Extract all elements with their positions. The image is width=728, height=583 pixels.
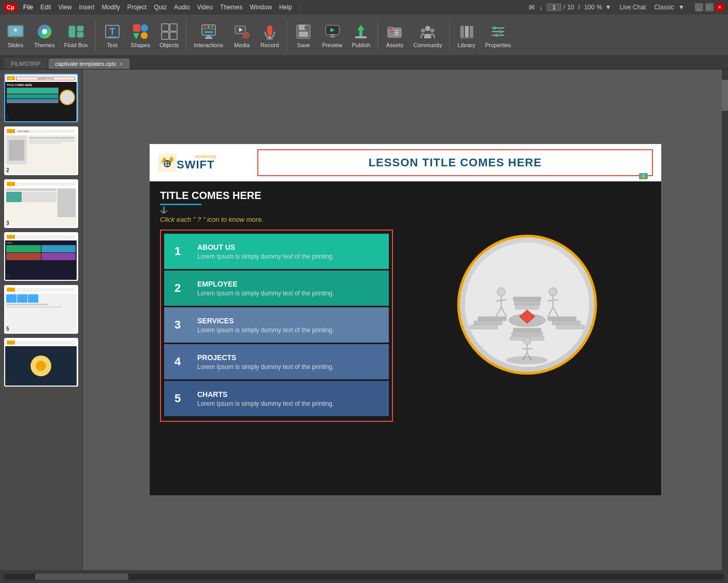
menu-file[interactable]: File [20, 3, 36, 12]
publish-icon [352, 22, 370, 41]
svg-rect-82 [512, 332, 543, 336]
svg-point-98 [523, 337, 531, 345]
page-current-input[interactable]: 1 [547, 4, 561, 11]
library-label: Library [458, 42, 475, 48]
svg-rect-23 [170, 32, 177, 39]
title-underline [160, 204, 201, 205]
close-tab-icon[interactable]: ✕ [119, 61, 123, 67]
svg-rect-22 [162, 32, 169, 39]
menu-themes[interactable]: Themes [217, 3, 245, 12]
menu-bar: File Edit View Insert Modify Project Qui… [20, 3, 295, 12]
theme-label[interactable]: Classic [654, 4, 674, 11]
toolbar: Slides Themes [0, 15, 728, 56]
menu-help[interactable]: Help [276, 3, 295, 12]
slide-title: TITLE COMES HERE [160, 190, 651, 202]
item-desc-5: Lorem Ipsum is simply dummy text of the … [197, 400, 383, 407]
menu-modify[interactable]: Modify [99, 3, 123, 12]
menu-audio[interactable]: Audio [171, 3, 193, 12]
lesson-title-box[interactable]: LESSON TITLE COMES HERE 🔒 [257, 149, 653, 176]
slide-thumb-2[interactable]: TITLE HERE 2 [4, 126, 78, 175]
toolbar-library[interactable]: Library [453, 20, 480, 50]
menu-video[interactable]: Video [194, 3, 216, 12]
item-row-1[interactable]: 1 ABOUT US Lorem Ipsum is simply dummy t… [164, 234, 389, 269]
fluid-icon [67, 22, 85, 41]
svg-rect-20 [162, 24, 169, 31]
item-row-2[interactable]: 2 EMPLOYEE Lorem Ipsum is simply dummy t… [164, 271, 389, 306]
properties-label: Properties [485, 42, 511, 48]
restore-button[interactable]: □ [705, 3, 714, 11]
tab-file[interactable]: captivate templates.cptx ✕ [48, 58, 130, 69]
shapes-label: Shapes [131, 42, 150, 48]
interactions-icon [199, 22, 218, 41]
svg-rect-75 [478, 317, 506, 321]
toolbar-media[interactable]: Media [228, 20, 255, 50]
slide-thumb-6[interactable]: 6 [4, 338, 78, 387]
menu-view[interactable]: View [55, 3, 75, 12]
toolbar-preview[interactable]: Preview [318, 20, 346, 50]
item-content-1: ABOUT US Lorem Ipsum is simply dummy tex… [191, 234, 389, 269]
close-button[interactable]: ✕ [716, 3, 724, 11]
svg-rect-80 [556, 325, 585, 329]
vertical-scrollbar[interactable] [722, 69, 728, 570]
svg-rect-32 [205, 37, 212, 39]
toolbar-record[interactable]: Record [256, 20, 283, 50]
slide-thumb-1[interactable]: SW LESSON TITLE TITLE COMES HERE [4, 74, 78, 122]
item-row-4[interactable]: 4 PROJECTS Lorem Ipsum is simply dummy t… [164, 344, 389, 379]
item-row-3[interactable]: 3 SERVICES Lorem Ipsum is simply dummy t… [164, 307, 389, 343]
svg-rect-10 [69, 26, 75, 37]
toolbar-shapes[interactable]: Shapes [127, 20, 154, 50]
minimize-button[interactable]: _ [695, 3, 703, 11]
toolbar-properties[interactable]: Properties [481, 20, 515, 50]
toolbar-interactions[interactable]: Interactions [190, 20, 227, 50]
download-icon[interactable]: ↓ [539, 3, 543, 11]
theme-dropdown-icon[interactable]: ▼ [678, 4, 685, 11]
swift-logo-icon [158, 153, 177, 172]
slide-thumb-4[interactable]: TITLE 4 [4, 232, 78, 281]
slide-thumb-5[interactable]: ✓ 5 [4, 285, 78, 334]
svg-rect-61 [470, 26, 473, 37]
filmstrip-panel: SW LESSON TITLE TITLE COMES HERE [0, 69, 83, 570]
menu-edit[interactable]: Edit [37, 3, 54, 12]
svg-rect-81 [513, 328, 541, 332]
svg-rect-84 [513, 297, 541, 301]
svg-point-66 [493, 26, 496, 30]
slide-thumb-3[interactable]: 3 [4, 179, 78, 228]
item-desc-4: Lorem Ipsum is simply dummy text of the … [197, 363, 383, 371]
email-icon[interactable]: ✉ [529, 3, 535, 11]
svg-rect-21 [170, 24, 177, 31]
menu-project[interactable]: Project [124, 3, 150, 12]
zoom-percent: % [596, 4, 602, 11]
toolbar-divider-4 [377, 20, 378, 51]
tab-filmstrip[interactable]: FILMSTRIP [4, 58, 47, 69]
item-content-4: PROJECTS Lorem Ipsum is simply dummy tex… [191, 344, 389, 379]
toolbar-save[interactable]: Save [290, 20, 317, 50]
horizontal-scrollbar[interactable] [4, 574, 724, 580]
title-bar: Cp File Edit View Insert Modify Project … [0, 0, 728, 15]
toolbar-publish[interactable]: Publish [347, 20, 374, 50]
menu-quiz[interactable]: Quiz [151, 3, 170, 12]
toolbar-slides[interactable]: Slides [2, 20, 29, 50]
svg-rect-43 [304, 26, 306, 29]
community-icon [418, 22, 437, 41]
menu-insert[interactable]: Insert [76, 3, 98, 12]
toolbar-fluid-box[interactable]: Fluid Box [60, 20, 92, 50]
toolbar-assets[interactable]: Assets [381, 20, 408, 50]
toolbar-divider-3 [286, 20, 287, 51]
live-chat-label[interactable]: Live Chat [620, 4, 646, 11]
item-desc-3: Lorem Ipsum is simply dummy text of the … [197, 326, 383, 334]
horizontal-scroll-thumb[interactable] [35, 574, 128, 580]
item-row-5[interactable]: 5 CHARTS Lorem Ipsum is simply dummy tex… [164, 381, 389, 416]
toolbar-themes[interactable]: Themes [30, 20, 59, 50]
toolbar-text[interactable]: T Text [99, 20, 126, 50]
slide-canvas[interactable]: eLearning SWIFT LESSON TITLE COMES HERE … [149, 144, 662, 496]
item-title-4: PROJECTS [197, 353, 383, 362]
toolbar-objects[interactable]: Objects [155, 20, 183, 50]
content-layout: 1 ABOUT US Lorem Ipsum is simply dummy t… [160, 230, 651, 422]
zoom-dropdown-icon[interactable]: ▼ [605, 4, 611, 11]
anchor-icon: ⚓ [160, 206, 168, 214]
fluid-box-label: Fluid Box [64, 42, 88, 48]
menu-window[interactable]: Window [246, 3, 275, 12]
svg-rect-77 [470, 325, 498, 329]
toolbar-community[interactable]: Community [409, 20, 446, 50]
vertical-scroll-thumb[interactable] [722, 80, 728, 111]
